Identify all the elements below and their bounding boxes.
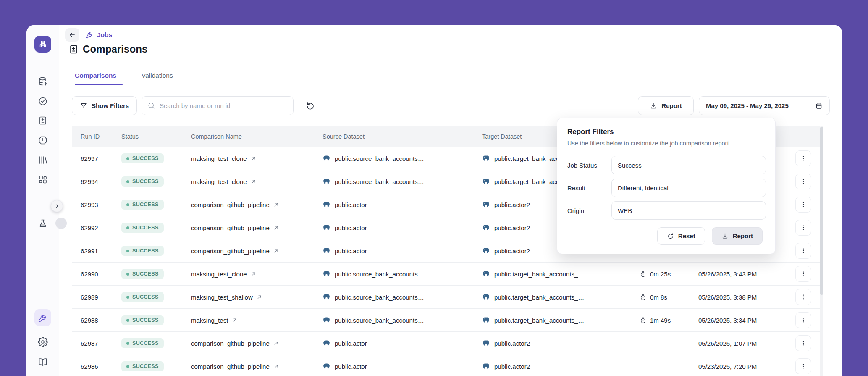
file-plus-icon[interactable] bbox=[38, 116, 48, 126]
comparison-name-link[interactable]: maksing_test bbox=[191, 317, 228, 324]
report-button[interactable]: Report bbox=[638, 96, 694, 115]
comparison-name-link[interactable]: comparison_github_pipeline bbox=[191, 201, 270, 208]
row-menu-button[interactable] bbox=[795, 312, 811, 328]
show-filters-label: Show Filters bbox=[92, 102, 129, 109]
layout-grid-icon[interactable] bbox=[38, 174, 48, 184]
external-link-icon[interactable] bbox=[273, 363, 279, 370]
column-header-status: Status bbox=[121, 133, 191, 140]
reset-button[interactable]: Reset bbox=[657, 227, 705, 245]
alert-octagon-icon[interactable] bbox=[38, 135, 48, 145]
row-menu-button[interactable] bbox=[795, 220, 811, 236]
wrench-icon[interactable] bbox=[38, 313, 48, 323]
table-row[interactable]: 62986 SUCCESS comparison_github_pipeline… bbox=[72, 355, 820, 376]
comparison-name-link[interactable]: maksing_test_clone bbox=[191, 178, 247, 185]
popover-report-button[interactable]: Report bbox=[712, 227, 763, 245]
actions-cell bbox=[787, 220, 820, 236]
dots-vertical-icon bbox=[800, 247, 807, 254]
external-link-icon[interactable] bbox=[231, 317, 238, 323]
comparison-name-link[interactable]: maksing_test_shallow bbox=[191, 294, 253, 301]
table-scrollbar[interactable] bbox=[820, 126, 823, 376]
refresh-button[interactable] bbox=[305, 101, 315, 111]
sidebar-expand-button[interactable] bbox=[51, 200, 63, 212]
comparison-name-cell: comparison_github_pipeline bbox=[191, 247, 323, 255]
search-input[interactable] bbox=[142, 96, 294, 115]
external-link-icon[interactable] bbox=[250, 155, 257, 162]
target-dataset-cell: public.actor2 bbox=[482, 363, 640, 371]
target-dataset-name: public.actor2 bbox=[494, 201, 530, 208]
app-logo[interactable] bbox=[34, 36, 51, 53]
run-id-cell: 62997 bbox=[72, 155, 121, 162]
dots-vertical-icon bbox=[800, 201, 807, 208]
check-circle-icon[interactable] bbox=[38, 96, 48, 106]
date-range-picker[interactable]: May 09, 2025 - May 29, 2025 bbox=[699, 96, 830, 115]
created-at-cell: 05/26/2025, 3:38 PM bbox=[698, 294, 787, 301]
status-badge: SUCCESS bbox=[121, 153, 164, 163]
status-badge: SUCCESS bbox=[121, 269, 164, 279]
result-select[interactable]: Different, Identical bbox=[611, 179, 766, 197]
external-link-icon[interactable] bbox=[273, 248, 279, 254]
comparison-name-link[interactable]: maksing_test_clone bbox=[191, 271, 247, 278]
back-button[interactable] bbox=[65, 28, 79, 42]
comparison-name-cell: maksing_test_clone bbox=[191, 271, 323, 278]
book-icon[interactable] bbox=[38, 357, 48, 367]
origin-select[interactable]: WEB bbox=[611, 201, 766, 220]
external-link-icon[interactable] bbox=[250, 271, 257, 277]
status-dot-icon bbox=[126, 250, 129, 252]
external-link-icon[interactable] bbox=[256, 294, 262, 300]
job-status-select[interactable]: Success bbox=[611, 156, 766, 174]
dots-vertical-icon bbox=[800, 155, 807, 162]
source-dataset-name: public.source_bank_accounts… bbox=[335, 271, 424, 278]
comparison-name-link[interactable]: comparison_github_pipeline bbox=[191, 224, 270, 231]
table-row[interactable]: 62989 SUCCESS maksing_test_shallow publi… bbox=[72, 286, 820, 309]
status-badge: SUCCESS bbox=[121, 223, 164, 233]
row-menu-button[interactable] bbox=[795, 243, 811, 259]
row-menu-button[interactable] bbox=[795, 174, 811, 189]
actions-cell bbox=[787, 335, 820, 351]
breadcrumb-jobs-link[interactable]: Jobs bbox=[97, 31, 112, 39]
comparison-name-cell: maksing_test_shallow bbox=[191, 294, 323, 301]
external-link-icon[interactable] bbox=[250, 179, 257, 185]
popover-report-label: Report bbox=[733, 232, 753, 239]
row-menu-button[interactable] bbox=[795, 197, 811, 213]
external-link-icon[interactable] bbox=[273, 340, 279, 347]
main-content: Jobs Comparisons Comparisons Validations… bbox=[59, 25, 842, 376]
table-row[interactable]: 62987 SUCCESS comparison_github_pipeline… bbox=[72, 332, 820, 355]
show-filters-button[interactable]: Show Filters bbox=[72, 96, 137, 115]
row-menu-button[interactable] bbox=[795, 266, 811, 282]
table-row[interactable]: 62988 SUCCESS maksing_test public.source… bbox=[72, 309, 820, 332]
comparison-name-cell: comparison_github_pipeline bbox=[191, 201, 323, 208]
status-badge: SUCCESS bbox=[121, 292, 164, 302]
comparison-name-link[interactable]: comparison_github_pipeline bbox=[191, 247, 270, 255]
active-tab-underline bbox=[75, 84, 123, 85]
column-header-source-dataset: Source Dataset bbox=[323, 133, 482, 140]
row-menu-button[interactable] bbox=[795, 358, 811, 374]
library-icon[interactable] bbox=[38, 155, 48, 165]
comparison-name-link[interactable]: comparison_github_pipeline bbox=[191, 340, 270, 347]
dots-vertical-icon bbox=[800, 178, 807, 185]
flask-icon[interactable] bbox=[38, 218, 48, 229]
external-link-icon[interactable] bbox=[273, 225, 279, 231]
run-id-cell: 62989 bbox=[72, 294, 121, 301]
external-link-icon[interactable] bbox=[273, 202, 279, 208]
tab-comparisons[interactable]: Comparisons bbox=[75, 72, 116, 79]
table-row[interactable]: 62990 SUCCESS maksing_test_clone public.… bbox=[72, 263, 820, 286]
status-cell: SUCCESS bbox=[121, 223, 191, 233]
scrollbar-thumb[interactable] bbox=[820, 127, 823, 295]
comparison-name-link[interactable]: maksing_test_clone bbox=[191, 155, 247, 162]
status-dot-icon bbox=[126, 157, 129, 160]
gear-icon[interactable] bbox=[38, 337, 48, 347]
database-sync-icon[interactable] bbox=[38, 76, 48, 87]
source-dataset-name: public.source_bank_accounts… bbox=[335, 317, 424, 324]
dots-vertical-icon bbox=[800, 363, 807, 370]
status-cell: SUCCESS bbox=[121, 200, 191, 210]
filter-row-origin: Origin WEB bbox=[567, 201, 766, 220]
comparison-name-link[interactable]: comparison_github_pipeline bbox=[191, 363, 270, 370]
report-filters-popover: Report Filters Use the filters below to … bbox=[557, 118, 776, 254]
row-menu-button[interactable] bbox=[795, 150, 811, 166]
actions-cell bbox=[787, 289, 820, 305]
duration-cell: 1m 49s bbox=[640, 317, 698, 324]
row-menu-button[interactable] bbox=[795, 335, 811, 351]
row-menu-button[interactable] bbox=[795, 289, 811, 305]
tab-validations[interactable]: Validations bbox=[142, 72, 173, 79]
status-cell: SUCCESS bbox=[121, 338, 191, 348]
